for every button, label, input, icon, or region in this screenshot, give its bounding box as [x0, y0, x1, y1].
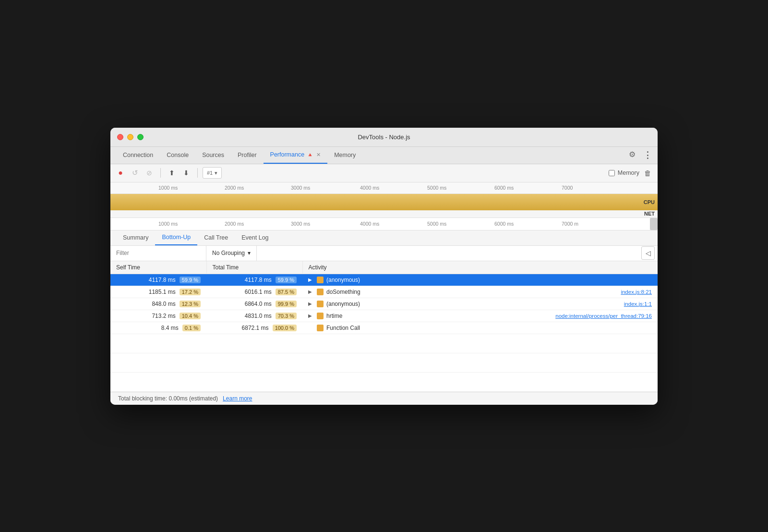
filter-input[interactable] [110, 246, 206, 261]
ruler2-tick-6000: 6000 ms [494, 221, 514, 227]
self-time-cell: 8.4 ms 0.1 % [110, 322, 206, 334]
self-time-cell: 713.2 ms 10.4 % [110, 310, 206, 322]
header-self-time: Self Time [110, 261, 206, 274]
activity-cell: ▶ doSomething index.js:8:21 [302, 286, 658, 298]
activity-name: Function Call [326, 325, 360, 331]
ruler-tick-2000: 2000 ms [225, 185, 244, 191]
self-time-cell: 1185.1 ms 17.2 % [110, 286, 206, 298]
learn-more-link[interactable]: Learn more [223, 395, 252, 402]
table-row-empty [110, 372, 658, 391]
self-time-badge: 12.3 % [180, 301, 201, 307]
activity-name: (anonymous) [326, 301, 360, 307]
total-time-badge: 100.0 % [273, 325, 297, 331]
memory-label: Memory [618, 169, 639, 176]
activity-name: hrtime [326, 313, 342, 319]
more-icon[interactable]: ⋮ [643, 150, 652, 160]
table-row-empty [110, 353, 658, 372]
ruler-tick-1000: 1000 ms [158, 185, 178, 191]
window-title: DevTools - Node.js [358, 133, 410, 141]
window-controls [117, 134, 144, 140]
tab-call-tree[interactable]: Call Tree [197, 230, 235, 245]
ruler2-tick-1000: 1000 ms [158, 221, 178, 227]
ruler2-tick-5000: 5000 ms [427, 221, 446, 227]
bottom-tabs: Summary Bottom-Up Call Tree Event Log [110, 230, 658, 246]
source-link[interactable]: index.js:1:1 [624, 301, 652, 307]
ruler-tick-3000: 3000 ms [291, 185, 310, 191]
total-time-badge: 99.9 % [276, 301, 297, 307]
maximize-button[interactable] [137, 134, 144, 140]
activity-name: (anonymous) [326, 277, 360, 283]
total-time-badge: 59.9 % [276, 277, 297, 283]
data-table-container: Self Time Total Time Activity 4117.8 ms … [110, 261, 658, 392]
table-row[interactable]: 713.2 ms 10.4 % 4831.0 ms 70.3 % ▶ [110, 310, 658, 322]
ruler2-tick-2000: 2000 ms [225, 221, 244, 227]
grouping-label: No Grouping [212, 250, 245, 256]
ruler-tick-6000: 6000 ms [494, 185, 514, 191]
trash-button[interactable]: 🗑 [641, 167, 654, 179]
download-button[interactable]: ⬇ [180, 167, 192, 179]
self-time-badge: 10.4 % [180, 313, 201, 319]
settings-icon[interactable]: ⚙ [629, 150, 636, 160]
source-link[interactable]: node:internal/process/per_thread:79:16 [555, 313, 652, 319]
ruler-tick-7000: 7000 [562, 185, 573, 191]
cpu-bar: CPU [110, 194, 658, 210]
ruler2-tick-7000: 7000 m [562, 221, 578, 227]
tab-profiler[interactable]: Profiler [231, 146, 264, 164]
ruler2-tick-4000: 4000 ms [360, 221, 379, 227]
self-time-value: 713.2 ms [152, 313, 175, 319]
memory-checkbox[interactable] [609, 170, 615, 176]
table-row-empty [110, 334, 658, 353]
expand-arrow[interactable]: ▶ [308, 277, 314, 283]
tab-memory[interactable]: Memory [327, 146, 362, 164]
tab-connection[interactable]: Connection [116, 146, 160, 164]
tab-performance[interactable]: Performance 🔺 ✕ [264, 146, 328, 164]
memory-checkbox-group: Memory [609, 169, 639, 176]
self-time-cell: 4117.8 ms 59.9 % [110, 274, 206, 286]
status-text: Total blocking time: 0.00ms (estimated) [118, 395, 218, 402]
expand-arrow[interactable]: ▶ [308, 313, 314, 319]
ruler2-tick-3000: 3000 ms [291, 221, 310, 227]
table-row[interactable]: 8.4 ms 0.1 % 6872.1 ms 100.0 % Fu [110, 322, 658, 334]
expand-arrow[interactable]: ▶ [308, 289, 314, 295]
minimize-button[interactable] [127, 134, 133, 140]
tab-console[interactable]: Console [160, 146, 195, 164]
timeline-scrollbar[interactable] [650, 218, 658, 230]
folder-icon [317, 325, 324, 331]
self-time-badge: 17.2 % [180, 289, 201, 295]
sidebar-toggle-button[interactable]: ◁ [641, 246, 655, 260]
tab-bottom-up[interactable]: Bottom-Up [155, 230, 197, 245]
record-selector[interactable]: #1 ▾ [203, 167, 222, 179]
table-row[interactable]: 848.0 ms 12.3 % 6864.0 ms 99.9 % ▶ [110, 298, 658, 310]
table-row[interactable]: 1185.1 ms 17.2 % 6016.1 ms 87.5 % ▶ [110, 286, 658, 298]
grouping-arrow: ▾ [248, 250, 251, 256]
total-time-badge: 87.5 % [276, 289, 297, 295]
expand-arrow[interactable]: ▶ [308, 301, 314, 307]
record-button[interactable]: ● [114, 167, 127, 179]
total-time-cell: 6872.1 ms 100.0 % [206, 322, 302, 334]
reload-button[interactable]: ↺ [129, 167, 141, 179]
tab-event-log[interactable]: Event Log [235, 230, 275, 245]
ruler-tick-4000: 4000 ms [360, 185, 379, 191]
timeline-ruler-top: 1000 ms 2000 ms 3000 ms 4000 ms 5000 ms … [110, 182, 658, 194]
total-time-value: 4117.8 ms [245, 277, 272, 283]
folder-icon [317, 277, 324, 283]
tab-summary[interactable]: Summary [116, 230, 155, 245]
close-button[interactable] [117, 134, 123, 140]
tab-performance-close[interactable]: ✕ [316, 152, 321, 158]
folder-icon [317, 313, 324, 319]
tab-sources[interactable]: Sources [195, 146, 231, 164]
header-activity: Activity [302, 261, 658, 274]
stop-button[interactable]: ⊘ [143, 167, 156, 179]
self-time-value: 848.0 ms [152, 301, 175, 307]
table-row[interactable]: 4117.8 ms 59.9 % 4117.8 ms 59.9 % ▶ [110, 274, 658, 286]
activity-cell: Function Call [302, 322, 658, 334]
source-link[interactable]: index.js:8:21 [621, 289, 652, 295]
grouping-select[interactable]: No Grouping ▾ [206, 246, 257, 261]
self-time-value: 1185.1 ms [149, 289, 176, 295]
total-time-value: 4831.0 ms [245, 313, 272, 319]
net-bar: NET [110, 210, 658, 218]
ruler-tick-5000: 5000 ms [427, 185, 446, 191]
total-time-value: 6872.1 ms [242, 325, 269, 331]
upload-button[interactable]: ⬆ [166, 167, 178, 179]
dropdown-arrow: ▾ [215, 170, 217, 176]
